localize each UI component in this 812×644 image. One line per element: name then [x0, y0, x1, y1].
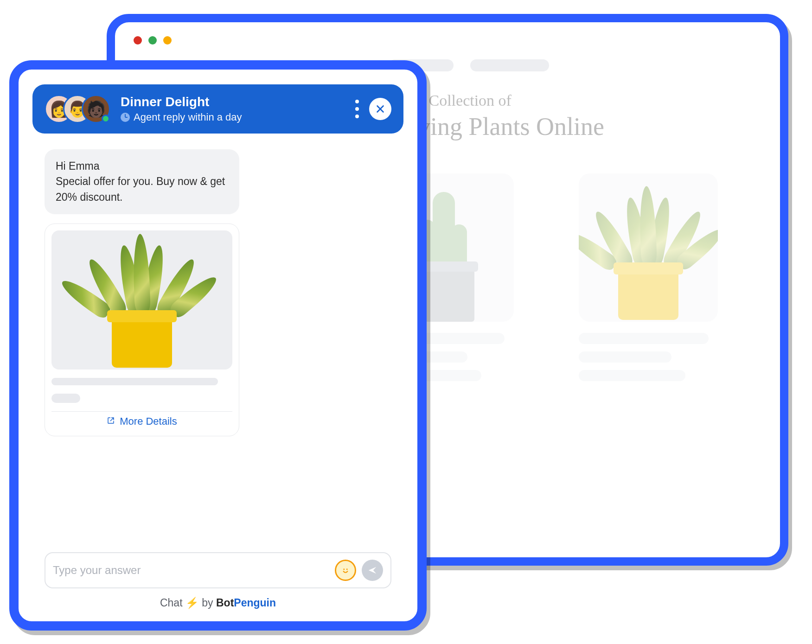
message-line: Hi Emma: [56, 159, 228, 174]
bot-message: Hi Emma Special offer for you. Buy now &…: [45, 149, 239, 214]
nav-placeholder: [389, 59, 761, 71]
message-line: Special offer for you. Buy now & get 20%…: [56, 174, 228, 205]
text-placeholder: [579, 351, 671, 363]
powered-by: Chat ⚡ by BotPenguin: [45, 597, 391, 609]
maximize-window-icon[interactable]: [163, 36, 172, 45]
credit-penguin: Penguin: [234, 597, 276, 609]
close-icon: [375, 104, 385, 114]
product-image: [51, 230, 232, 370]
nav-item-placeholder: [470, 59, 549, 71]
chat-subtitle: Agent reply within a day: [134, 111, 242, 123]
text-placeholder: [51, 378, 218, 385]
chat-body: Hi Emma Special offer for you. Buy now &…: [32, 134, 403, 552]
online-status-icon: [102, 115, 110, 123]
bolt-icon: ⚡: [185, 597, 199, 609]
window-controls: [134, 36, 761, 45]
chat-header: 👩 👨 🧑🏿 Dinner Delight Agent reply within…: [32, 84, 403, 134]
chat-input[interactable]: [53, 564, 329, 577]
send-button[interactable]: [362, 560, 383, 581]
svg-point-0: [340, 565, 351, 575]
chat-title: Dinner Delight: [121, 95, 345, 109]
svg-point-2: [346, 568, 348, 570]
external-link-icon: [107, 416, 115, 427]
close-window-icon[interactable]: [134, 36, 142, 45]
chat-widget: 👩 👨 🧑🏿 Dinner Delight Agent reply within…: [9, 60, 427, 631]
product-card: [579, 173, 722, 381]
text-placeholder: [51, 394, 80, 403]
product-message-card: More Details: [45, 223, 239, 436]
minimize-window-icon[interactable]: [148, 36, 157, 45]
text-placeholder: [579, 333, 709, 344]
hero-heading: the Vast Collection of Thriving Plants O…: [375, 92, 761, 141]
credit-by: by: [202, 597, 213, 609]
hero-title: Thriving Plants Online: [375, 112, 761, 141]
credit-bot: Bot: [216, 597, 234, 609]
chat-input-row: [45, 552, 391, 588]
more-details-link[interactable]: More Details: [120, 415, 177, 427]
more-options-icon[interactable]: [355, 100, 359, 118]
emoji-button[interactable]: [335, 560, 356, 581]
clock-icon: [121, 113, 130, 122]
product-image: [579, 173, 718, 322]
hero-subtitle: the Vast Collection of: [375, 92, 761, 109]
send-icon: [367, 565, 377, 575]
close-chat-button[interactable]: [369, 98, 391, 120]
smiley-icon: [339, 564, 352, 576]
credit-chat: Chat: [160, 597, 183, 609]
agent-avatars: 👩 👨 🧑🏿: [45, 95, 110, 123]
avatar: 🧑🏿: [82, 95, 110, 123]
svg-point-1: [343, 568, 345, 570]
text-placeholder: [579, 370, 685, 381]
